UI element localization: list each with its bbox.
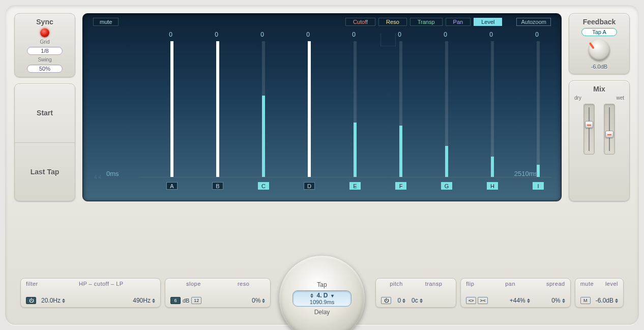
lp-value[interactable]: 490Hz xyxy=(133,297,155,304)
mix-faders xyxy=(574,104,624,155)
tap-column xyxy=(505,41,551,177)
tap-column xyxy=(185,41,230,177)
tap-label[interactable]: E xyxy=(349,182,361,190)
tap-label-cell: C xyxy=(230,181,276,191)
mix-title: Mix xyxy=(593,85,605,93)
wet-label: wet xyxy=(616,95,624,101)
tap-value: 0 xyxy=(368,31,414,39)
sync-led[interactable] xyxy=(40,28,49,37)
tap-selector[interactable]: 4. D ▾ xyxy=(293,292,351,299)
time-signature: 4 4 xyxy=(94,175,101,179)
tab-pan[interactable]: Pan xyxy=(446,18,471,26)
tap-bar[interactable] xyxy=(354,123,357,177)
autozoom-button[interactable]: Autozoom xyxy=(516,18,551,26)
param-tabs: Cutoff Reso Transp Pan Level xyxy=(345,18,503,26)
plugin-frame: Sync Grid 1/8 Swing 50% Start Last Tap m… xyxy=(5,5,639,325)
tap-value: 0 xyxy=(276,31,322,39)
slope-6[interactable]: 6 xyxy=(170,297,181,304)
right-column: Feedback Tap A -6.0dB Mix dry wet xyxy=(569,13,630,201)
dry-fader[interactable] xyxy=(583,104,595,155)
tap-bar[interactable] xyxy=(399,126,402,177)
tap-bar[interactable] xyxy=(170,41,173,177)
tap-dial: Tap 4. D ▾ 1090.9ms Delay xyxy=(279,256,365,330)
feedback-knob[interactable] xyxy=(589,39,610,61)
feedback-panel: Feedback Tap A -6.0dB xyxy=(569,13,630,74)
graph-area: 000000000 ABCDEFGHI 4 4 0ms 2510ms xyxy=(93,31,551,191)
tap-value: 0 xyxy=(414,31,459,39)
level-label: level xyxy=(605,281,618,287)
hp-value[interactable]: 20.0Hz xyxy=(41,297,65,304)
filter-power[interactable]: ⏻ xyxy=(26,297,36,304)
tab-reso[interactable]: Reso xyxy=(378,18,407,26)
value-row: 000000000 xyxy=(139,31,551,39)
sync-panel: Sync Grid 1/8 Swing 50% xyxy=(14,13,75,77)
tap-label-cell: I xyxy=(505,181,551,191)
tap-bar[interactable] xyxy=(308,41,311,177)
tap-label[interactable]: H xyxy=(487,182,498,190)
tap-bar[interactable] xyxy=(491,157,494,177)
tap-column xyxy=(230,41,276,177)
tap-column xyxy=(322,41,368,177)
time-right-readout: 2510ms xyxy=(514,170,538,177)
reso-value[interactable]: 0% xyxy=(252,297,265,304)
mute-label: mute xyxy=(580,281,594,287)
mute-toggle[interactable]: mute xyxy=(93,18,119,26)
tab-transp[interactable]: Transp xyxy=(410,18,443,26)
spread-value[interactable]: 0% xyxy=(551,297,565,304)
tap-label-cell: E xyxy=(322,181,368,191)
time-left-readout: 0ms xyxy=(106,170,119,177)
reso-label: reso xyxy=(238,281,249,287)
pitch-enable[interactable]: ⏻ xyxy=(381,297,391,304)
tap-label-cell: B xyxy=(185,181,230,191)
flip-a[interactable]: <> xyxy=(466,297,476,304)
feedback-value: -6.0dB xyxy=(591,64,607,70)
display-toolbar: mute Cutoff Reso Transp Pan Level Autozo… xyxy=(93,18,551,26)
tap-label[interactable]: F xyxy=(395,182,406,190)
wet-fader[interactable] xyxy=(604,104,615,155)
cutoff-label: HP – cutoff – LP xyxy=(47,281,155,287)
transp-semis[interactable]: 0 xyxy=(397,297,405,304)
slope-12[interactable]: 12 xyxy=(191,297,201,304)
tap-lcd[interactable]: 4. D ▾ 1090.9ms xyxy=(292,290,352,307)
slope-unit: dB xyxy=(183,297,189,304)
slope-reso-box: slope reso 6 dB 12 0% xyxy=(165,278,271,308)
tap-label-cell: F xyxy=(368,181,414,191)
tap-value: 0 xyxy=(505,31,551,39)
pan-box: flip pan spread <> >< +44% 0% xyxy=(460,278,570,308)
pan-value[interactable]: +44% xyxy=(510,297,530,304)
level-value[interactable]: -6.0dB xyxy=(596,297,618,304)
feedback-title: Feedback xyxy=(583,18,616,26)
tap-bar[interactable] xyxy=(216,41,219,177)
tap-column xyxy=(139,41,185,177)
tab-cutoff[interactable]: Cutoff xyxy=(345,18,375,26)
tap-label[interactable]: C xyxy=(258,182,269,190)
tap-ms-readout[interactable]: 1090.9ms xyxy=(293,299,351,305)
start-button[interactable]: Start xyxy=(15,84,75,143)
tap-column xyxy=(276,41,322,177)
feedback-source[interactable]: Tap A xyxy=(581,28,617,36)
swing-label: Swing xyxy=(38,57,51,63)
filter-box: filter HP – cutoff – LP ⏻ 20.0Hz 490Hz xyxy=(20,278,161,308)
tap-label[interactable]: I xyxy=(533,182,544,190)
tap-label[interactable]: D xyxy=(304,182,315,190)
tap-label[interactable]: G xyxy=(441,182,452,190)
flip-b[interactable]: >< xyxy=(478,297,488,304)
last-tap-button[interactable]: Last Tap xyxy=(15,143,75,201)
tap-label[interactable]: A xyxy=(166,182,178,190)
level-box: mute level M -6.0dB xyxy=(575,278,624,308)
tap-label[interactable]: B xyxy=(212,182,223,190)
tap-value: 0 xyxy=(459,31,505,39)
tap-column xyxy=(459,41,505,177)
swing-value[interactable]: 50% xyxy=(27,65,63,73)
flip-label: flip xyxy=(466,281,474,287)
transp-cents[interactable]: 0c xyxy=(412,297,423,304)
tap-bar[interactable] xyxy=(262,96,265,177)
tap-value: 0 xyxy=(230,31,276,39)
pitch-box: pitch transp ⏻ 0 0c xyxy=(375,278,456,308)
pan-label: pan xyxy=(505,281,515,287)
tap-bar[interactable] xyxy=(445,146,448,177)
transport-panel: Start Last Tap xyxy=(14,83,75,201)
tab-level[interactable]: Level xyxy=(474,18,502,26)
mute-button[interactable]: M xyxy=(580,297,591,304)
grid-value[interactable]: 1/8 xyxy=(27,47,63,55)
